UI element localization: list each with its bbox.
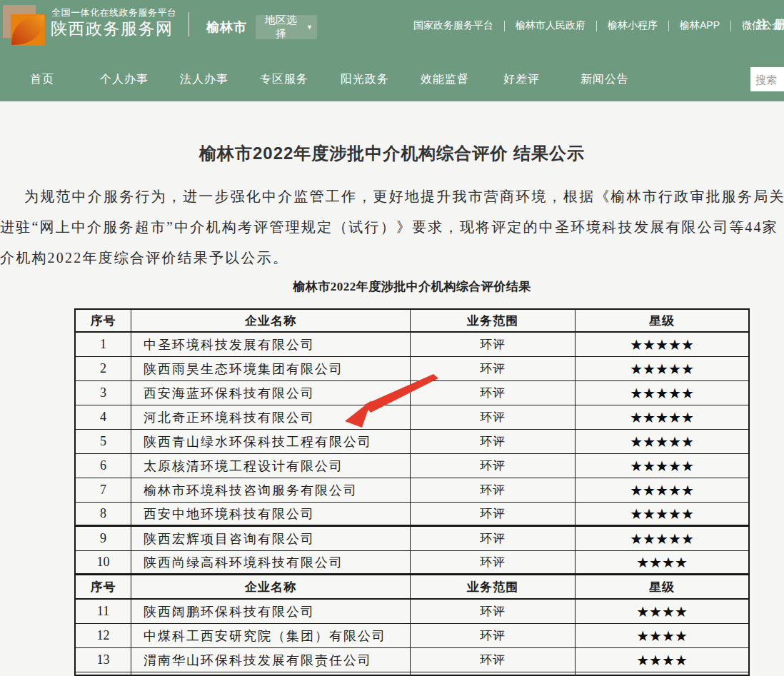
cell-row-number: 2 [76, 357, 131, 381]
cell-row-number: 6 [76, 454, 131, 478]
cell-star-rating: ★★★★ [576, 624, 748, 648]
cell-row-number: 11 [76, 600, 131, 624]
cell-star-rating: ★★★★★ [576, 503, 748, 527]
cell-star-rating: ★★★★★ [576, 454, 748, 478]
cell-business-scope: 环评 [411, 405, 576, 430]
cell-row-number: 1 [76, 333, 131, 357]
cell-company-name: 陕西尚绿高科环境科技有限公司 [131, 551, 411, 575]
cell-row-number: 4 [76, 405, 131, 430]
search-input[interactable] [750, 67, 784, 91]
cell-business-scope: 环评 [411, 503, 576, 527]
register-link[interactable]: 注册 [757, 18, 784, 33]
cell-empty [576, 672, 748, 676]
cell-star-rating: ★★★★★ [576, 405, 748, 430]
nav-item-5[interactable]: 阳光政务 [341, 72, 389, 87]
cell-business-scope: 环评 [411, 430, 576, 454]
top-link-2[interactable]: 榆林市人民政府 [516, 19, 586, 32]
column-header-1: 序号 [76, 310, 131, 333]
cell-business-scope: 环评 [411, 527, 576, 551]
page: 全国一体化在线政务服务平台 陕西政务服务网 榆林市 地区选择 ▼ 国家政务服务平… [0, 0, 784, 676]
cell-row-number: 12 [76, 624, 131, 648]
cell-business-scope: 环评 [411, 357, 576, 381]
chevron-down-icon: ▼ [306, 24, 313, 31]
top-link-3[interactable]: 榆林小程序 [608, 19, 658, 32]
cell-star-rating: ★★★★★ [576, 478, 748, 503]
nav-item-4[interactable]: 专区服务 [260, 72, 308, 87]
column-header-2: 企业名称 [131, 310, 411, 333]
column-header-3: 业务范围 [411, 310, 576, 333]
cell-company-name: 渭南华山环保科技发展有限责任公司 [131, 648, 411, 672]
table-caption: 榆林市2022年度涉批中介机构综合评价结果 [74, 278, 750, 295]
cell-star-rating: ★★★★★ [576, 430, 748, 454]
cell-business-scope: 环评 [411, 600, 576, 624]
cell-row-number: 5 [76, 430, 131, 454]
top-link-divider [504, 21, 505, 31]
current-city-label: 榆林市 [206, 19, 247, 36]
cell-company-name: 河北奇正环境科技有限公司 [131, 405, 411, 430]
cell-company-name: 陕西雨昊生态环境集团有限公司 [131, 357, 411, 381]
top-link-divider [730, 21, 731, 31]
cell-row-number: 13 [76, 648, 131, 672]
cell-empty [411, 672, 576, 676]
site-logo-icon [1, 3, 46, 46]
cell-business-scope: 环评 [411, 648, 576, 672]
top-link-divider [668, 21, 669, 31]
cell-company-name: 陕西阔鹏环保科技有限公司 [131, 600, 411, 624]
region-selector-button[interactable]: 地区选择 ▼ [256, 15, 317, 39]
cell-company-name: 西安海蓝环保科技有限公司 [131, 381, 411, 405]
site-logo[interactable] [1, 3, 46, 46]
nav-item-1[interactable]: 首页 [30, 72, 54, 87]
top-link-1[interactable]: 国家政务服务平台 [413, 19, 493, 32]
page-title: 榆林市2022年度涉批中介机构综合评价 结果公示 [0, 142, 784, 165]
nav-item-7[interactable]: 好差评 [503, 72, 540, 87]
cell-star-rating: ★★★★ [576, 600, 748, 624]
article-line-2: 进驻“网上中介服务超市”中介机构考评管理规定（试行）》要求，现将评定的中圣环境科… [0, 218, 778, 237]
cell-star-rating: ★★★★★ [576, 357, 748, 381]
cell-business-scope: 环评 [411, 624, 576, 648]
cell-row-number: 9 [76, 527, 131, 551]
cell-row-number: 10 [76, 551, 131, 575]
nav-item-3[interactable]: 法人办事 [180, 72, 228, 87]
nav-item-6[interactable]: 效能监督 [421, 72, 469, 87]
top-link-4[interactable]: 榆林APP [680, 19, 720, 32]
cell-business-scope: 环评 [411, 551, 576, 575]
cell-company-name: 中煤科工西安研究院（集团）有限公司 [131, 624, 411, 648]
cell-row-number: 7 [76, 478, 131, 503]
cell-business-scope: 环评 [411, 478, 576, 503]
article-line-3: 介机构2022年度综合评价结果予以公示。 [0, 248, 288, 268]
site-name: 陕西政务服务网 [51, 18, 174, 40]
column-header-4: 星级 [576, 575, 748, 600]
nav-item-8[interactable]: 新闻公告 [581, 72, 629, 87]
cell-star-rating: ★★★★★ [576, 527, 748, 551]
top-link-divider [596, 21, 597, 31]
column-header-2: 企业名称 [131, 575, 411, 600]
top-links: 国家政务服务平台榆林市人民政府榆林小程序榆林APP微信公众号 [413, 19, 784, 32]
cell-star-rating: ★★★★★ [576, 333, 748, 357]
column-header-4: 星级 [576, 310, 748, 333]
cell-star-rating: ★★★★★ [576, 381, 748, 405]
column-header-3: 业务范围 [411, 575, 576, 600]
cell-star-rating: ★★★★ [576, 648, 748, 672]
cell-empty [131, 672, 411, 676]
region-selector-label: 地区选择 [260, 14, 302, 41]
column-header-1: 序号 [76, 575, 131, 600]
cell-empty [76, 672, 131, 676]
cell-company-name: 太原核清环境工程设计有限公司 [131, 454, 411, 478]
cell-company-name: 陕西宏辉项目咨询有限公司 [131, 527, 411, 551]
cell-company-name: 陕西青山绿水环保科技工程有限公司 [131, 430, 411, 454]
cell-company-name: 榆林市环境科技咨询服务有限公司 [131, 478, 411, 503]
cell-row-number: 3 [76, 381, 131, 405]
cell-company-name: 西安中地环境科技有限公司 [131, 503, 411, 527]
cell-business-scope: 环评 [411, 333, 576, 357]
article-line-1: 为规范中介服务行为，进一步强化中介监管工作，更好地提升我市营商环境，根据《榆林市… [24, 187, 784, 206]
results-table: 序号企业名称业务范围星级1中圣环境科技发展有限公司环评★★★★★2陕西雨昊生态环… [74, 308, 750, 676]
cell-company-name: 中圣环境科技发展有限公司 [131, 333, 411, 357]
cell-row-number: 8 [76, 503, 131, 527]
cell-business-scope: 环评 [411, 454, 576, 478]
header-divider [189, 12, 189, 36]
nav-item-2[interactable]: 个人办事 [100, 72, 149, 87]
cell-business-scope: 环评 [411, 381, 576, 405]
cell-star-rating: ★★★★ [576, 551, 748, 575]
